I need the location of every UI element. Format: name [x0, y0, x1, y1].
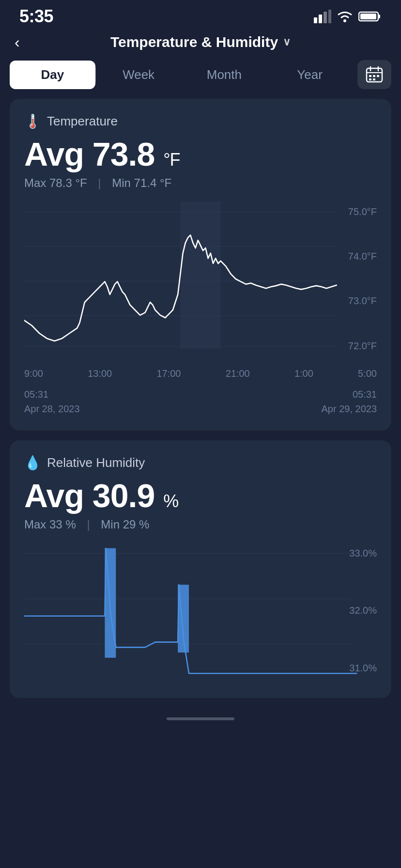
temperature-chart-svg: [24, 202, 377, 356]
battery-icon: [358, 10, 382, 23]
scroll-indicator: [0, 708, 401, 735]
signal-icon: [314, 10, 331, 23]
humidity-y-label-2: 32.0%: [349, 605, 377, 616]
temperature-min-label: Min: [112, 176, 131, 189]
y-label-1: 75.0°F: [348, 206, 377, 217]
x-label-3: 17:00: [156, 368, 181, 379]
date-right-date: Apr 29, 2023: [321, 402, 377, 416]
temperature-min-value: 71.4: [134, 176, 157, 189]
temperature-chart: 75.0°F 74.0°F 73.0°F 72.0°F: [24, 202, 377, 356]
svg-rect-14: [377, 75, 379, 77]
humidity-header: 💧 Relative Humidity: [24, 455, 377, 471]
humidity-min-label: Min: [101, 518, 120, 531]
calendar-button[interactable]: [357, 60, 391, 89]
temperature-max-label: Max: [24, 176, 46, 189]
minmax-separator: |: [98, 176, 101, 189]
header: ‹ Temperature & Humidity ∨: [0, 29, 401, 60]
svg-rect-3: [328, 10, 331, 23]
date-right: 05:31 Apr 29, 2023: [321, 387, 377, 416]
humidity-y-label-1: 33.0%: [349, 548, 377, 559]
temperature-max-value: 78.3: [49, 176, 72, 189]
date-left-time: 05:31: [24, 387, 80, 402]
temperature-title: Temperature: [47, 114, 118, 129]
humidity-icon: 💧: [24, 455, 41, 471]
humidity-avg-value: 30.9: [93, 477, 154, 514]
humidity-min-value: 29: [123, 518, 136, 531]
date-left-date: Apr 28, 2023: [24, 402, 80, 416]
back-button[interactable]: ‹: [15, 33, 20, 51]
humidity-card: 💧 Relative Humidity Avg 30.9 % Max 33 % …: [10, 440, 391, 698]
temperature-y-labels: 75.0°F 74.0°F 73.0°F 72.0°F: [348, 202, 377, 356]
tab-week[interactable]: Week: [96, 61, 182, 89]
svg-rect-13: [373, 75, 375, 77]
x-label-5: 1:00: [294, 368, 313, 379]
wifi-icon: [336, 10, 354, 23]
dropdown-chevron-icon[interactable]: ∨: [283, 36, 291, 48]
temperature-avg: Avg 73.8 °F: [24, 136, 377, 172]
x-label-4: 21:00: [226, 368, 250, 379]
humidity-y-label-3: 31.0%: [349, 663, 377, 674]
x-label-2: 13:00: [88, 368, 112, 379]
status-icons: [314, 10, 382, 23]
svg-rect-22: [180, 202, 220, 349]
temperature-minmax: Max 78.3 °F | Min 71.4 °F: [24, 176, 377, 190]
humidity-avg: Avg 30.9 %: [24, 478, 377, 514]
calendar-icon: [366, 66, 383, 83]
status-time: 5:35: [19, 6, 53, 27]
svg-rect-0: [314, 17, 317, 23]
humidity-title: Relative Humidity: [47, 455, 145, 470]
thermometer-icon: 🌡️: [24, 113, 41, 129]
page-title: Temperature & Humidity: [110, 34, 278, 50]
tab-day[interactable]: Day: [10, 61, 95, 89]
humidity-unit: %: [163, 491, 178, 511]
svg-rect-1: [319, 15, 322, 23]
temperature-header: 🌡️ Temperature: [24, 113, 377, 129]
status-bar: 5:35: [0, 0, 401, 29]
svg-rect-16: [373, 78, 375, 80]
temperature-dates: 05:31 Apr 28, 2023 05:31 Apr 29, 2023: [24, 379, 377, 416]
y-label-3: 73.0°F: [348, 295, 377, 307]
humidity-chart: 33.0% 32.0% 31.0%: [24, 543, 377, 679]
tab-month[interactable]: Month: [182, 61, 267, 89]
temperature-min-unit: °F: [160, 176, 171, 189]
header-title: Temperature & Humidity ∨: [110, 34, 291, 50]
svg-rect-7: [360, 14, 376, 19]
x-label-6: 5:00: [358, 368, 377, 379]
x-label-1: 9:00: [24, 368, 43, 379]
tab-bar: Day Week Month Year: [0, 60, 401, 99]
humidity-y-labels: 33.0% 32.0% 31.0%: [349, 543, 377, 679]
temperature-unit: °F: [163, 150, 180, 170]
svg-rect-12: [369, 75, 371, 77]
scroll-bar: [167, 717, 234, 720]
temperature-avg-label: Avg: [24, 136, 84, 172]
temperature-avg-value: 73.8: [93, 136, 154, 172]
humidity-min-unit: %: [139, 518, 149, 531]
temperature-x-labels: 9:00 13:00 17:00 21:00 1:00 5:00: [24, 364, 377, 379]
humidity-separator: |: [87, 518, 90, 531]
svg-rect-6: [378, 15, 380, 18]
tab-year[interactable]: Year: [267, 61, 353, 89]
temperature-card: 🌡️ Temperature Avg 73.8 °F Max 78.3 °F |…: [10, 99, 391, 431]
humidity-max-unit: %: [65, 518, 76, 531]
y-label-2: 74.0°F: [348, 251, 377, 262]
y-label-4: 72.0°F: [348, 341, 377, 352]
humidity-chart-svg: [24, 543, 377, 679]
svg-point-4: [343, 19, 346, 22]
humidity-max-label: Max: [24, 518, 46, 531]
humidity-avg-label: Avg: [24, 477, 84, 514]
humidity-max-value: 33: [49, 518, 62, 531]
date-left: 05:31 Apr 28, 2023: [24, 387, 80, 416]
date-right-time: 05:31: [321, 387, 377, 402]
svg-rect-2: [324, 12, 327, 23]
temperature-max-unit: °F: [75, 176, 87, 189]
svg-rect-15: [369, 78, 371, 80]
humidity-minmax: Max 33 % | Min 29 %: [24, 518, 377, 531]
